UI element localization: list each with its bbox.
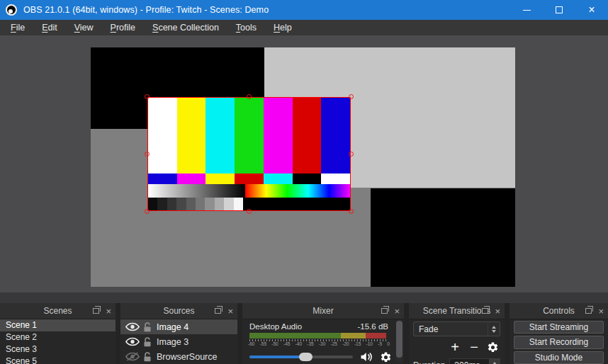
- menu-edit[interactable]: Edit: [33, 21, 66, 35]
- transitions-float-icon[interactable]: [482, 308, 488, 314]
- step: [186, 198, 196, 210]
- duration-spin-buttons[interactable]: [489, 359, 500, 364]
- scenes-list: Scene 1 Scene 2 Scene 3 Scene 5: [0, 319, 116, 364]
- source-list-item[interactable]: BrowserSource: [120, 349, 237, 364]
- menu-profile[interactable]: Profile: [102, 21, 144, 35]
- selection-handle-top-left[interactable]: [145, 94, 150, 99]
- sources-close-icon[interactable]: ×: [227, 307, 233, 316]
- step: [205, 198, 214, 210]
- start-recording-button[interactable]: Start Recording: [514, 336, 604, 348]
- dock-panels-strip: Scenes × Scene 1 Scene 2 Scene 3 Scene 5…: [0, 303, 608, 364]
- obs-window: { "titlebar": { "title": "OBS 21.0.1 (64…: [0, 0, 608, 364]
- scale-label: -30: [319, 341, 325, 346]
- selection-handle-middle-right[interactable]: [349, 152, 354, 157]
- controls-panel: Controls × Start Streaming Start Recordi…: [510, 303, 608, 364]
- duration-row: Duration 300ms: [413, 358, 500, 364]
- start-streaming-button[interactable]: Start Streaming: [514, 321, 604, 334]
- step: [234, 198, 243, 210]
- scene-list-item[interactable]: Scene 5: [0, 356, 116, 364]
- studio-mode-button[interactable]: Studio Mode: [514, 351, 604, 364]
- mixer-float-icon[interactable]: [381, 308, 388, 314]
- step: [215, 198, 224, 210]
- scale-label: -25: [331, 341, 337, 346]
- transitions-close-icon[interactable]: ×: [495, 307, 500, 316]
- transition-select-arrows[interactable]: [488, 322, 500, 336]
- obs-logo-icon: [6, 4, 17, 16]
- rainbow-gradient: [245, 184, 350, 198]
- sources-float-icon[interactable]: [215, 308, 221, 314]
- mixer-scrollbar[interactable]: [396, 321, 402, 363]
- scene-list-item[interactable]: Scene 1: [0, 319, 116, 331]
- duration-spinbox[interactable]: 300ms: [449, 358, 500, 364]
- unlocked-lock-icon[interactable]: [143, 322, 152, 332]
- source-label: Image 3: [157, 337, 188, 347]
- selection-handle-middle-left[interactable]: [145, 152, 150, 157]
- bar-red: [293, 98, 322, 174]
- maximize-button[interactable]: [543, 0, 575, 20]
- menubar: File Edit View Profile Scene Collection …: [0, 20, 608, 35]
- color-bars-row: [148, 98, 350, 174]
- menu-file[interactable]: File: [2, 21, 33, 35]
- controls-float-icon[interactable]: [585, 308, 592, 314]
- scenes-close-icon[interactable]: ×: [106, 307, 111, 316]
- bar-magenta: [264, 98, 293, 174]
- step: [224, 198, 233, 210]
- scale-label: -20: [342, 341, 349, 346]
- mixer-close-icon[interactable]: ×: [394, 307, 400, 316]
- transition-properties-gear-icon[interactable]: [487, 341, 499, 353]
- cell-blue: [148, 174, 177, 184]
- mixer-gear-icon[interactable]: [380, 351, 392, 363]
- selection-handle-top-right[interactable]: [349, 94, 354, 99]
- controls-close-icon[interactable]: ×: [598, 307, 604, 316]
- mixer-panel-header: Mixer ×: [242, 303, 404, 319]
- add-transition-button[interactable]: +: [449, 341, 461, 353]
- scenes-panel-header: Scenes ×: [0, 303, 116, 319]
- menu-help[interactable]: Help: [265, 21, 300, 35]
- speaker-icon[interactable]: [360, 351, 373, 363]
- scene-canvas[interactable]: [91, 47, 515, 287]
- scale-label: -35: [307, 341, 313, 346]
- bar-yellow: [177, 98, 206, 174]
- volume-slider-handle[interactable]: [299, 353, 313, 361]
- step: [157, 198, 167, 210]
- selection-handle-top-middle[interactable]: [247, 94, 252, 99]
- source-list-item[interactable]: Image 4: [120, 319, 237, 334]
- meter-yellow-segment: [341, 333, 366, 339]
- selection-handle-bottom-middle[interactable]: [247, 209, 252, 214]
- menu-view[interactable]: View: [66, 21, 102, 35]
- transitions-content: Fade + − Duration 300ms: [409, 319, 505, 364]
- scale-label: -60: [248, 341, 254, 346]
- remove-transition-button[interactable]: −: [468, 341, 480, 353]
- selection-handle-bottom-right[interactable]: [349, 209, 354, 214]
- cell-white: [321, 174, 350, 184]
- menu-scene-collection[interactable]: Scene Collection: [144, 21, 227, 35]
- menu-tools[interactable]: Tools: [227, 21, 265, 35]
- volume-slider[interactable]: [249, 356, 353, 358]
- scene-list-item[interactable]: Scene 3: [0, 343, 116, 356]
- chevron-down-icon: [492, 330, 496, 333]
- close-button[interactable]: ×: [575, 0, 608, 20]
- unlocked-lock-icon[interactable]: [143, 337, 152, 347]
- visible-eye-icon[interactable]: [125, 322, 140, 331]
- mixer-scrollbar-thumb[interactable]: [396, 321, 402, 358]
- selection-handle-bottom-left[interactable]: [145, 209, 150, 214]
- scenes-float-icon[interactable]: [93, 308, 99, 314]
- source-label: Image 4: [157, 322, 188, 332]
- source-list-item[interactable]: Image 3: [120, 334, 237, 349]
- sources-panel-title: Sources: [163, 306, 194, 316]
- scene-list-item[interactable]: Scene 2: [0, 331, 116, 343]
- scale-label: -55: [260, 341, 266, 346]
- hidden-eye-icon[interactable]: [125, 352, 140, 361]
- unlocked-lock-icon[interactable]: [143, 352, 152, 362]
- steps-black-fill: [243, 198, 350, 210]
- minimize-button[interactable]: [510, 0, 543, 20]
- transition-select[interactable]: Fade: [413, 322, 500, 336]
- gray-gradient: [148, 184, 245, 198]
- volume-slider-fill: [249, 356, 302, 358]
- volume-meter: [249, 333, 386, 339]
- visible-eye-icon[interactable]: [125, 337, 140, 346]
- cell-cyan: [264, 174, 293, 184]
- mixer-channel-name: Desktop Audio: [249, 322, 302, 331]
- source-label: BrowserSource: [157, 352, 217, 362]
- selected-source-test-pattern[interactable]: [147, 97, 351, 211]
